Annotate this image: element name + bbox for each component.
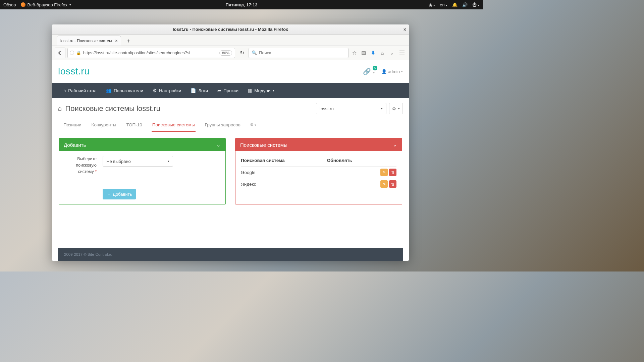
url-bar[interactable]: i 🔒 https://losst.ru/site-control/positi… [67,48,235,58]
add-button[interactable]: ＋ Добавить [103,189,136,199]
delete-button[interactable]: 🗑 [389,180,396,188]
gear-icon: ⚙ [392,106,396,111]
nav-dashboard[interactable]: ⌂Рабочий стол [63,88,97,93]
window-titlebar: losst.ru - Поисковые системы losst.ru - … [52,24,409,35]
chevron-down-icon: ⌄ [216,142,221,148]
chevron-down-icon: ▾ [69,3,71,6]
tab-competitors[interactable]: Конкуренты [91,122,117,132]
library-icon[interactable]: ▤ [360,50,367,56]
search-bar[interactable]: 🔍 Поиск [249,48,348,58]
engine-select-label: Выберите поисковую систему * [64,156,97,175]
page-settings-button[interactable]: ⚙▾ [389,103,403,114]
sub-tabs: Позиции Конкуренты ТОП-10 Поисковые сист… [58,122,403,132]
add-button-label: Добавить [113,192,132,197]
pocket-icon[interactable]: ⌄ [388,50,395,56]
new-tab-button[interactable]: ＋ [124,36,132,46]
zoom-indicator[interactable]: 80% [219,50,232,56]
arrow-left-icon [58,51,62,55]
activities-button[interactable]: Обзор [3,2,16,7]
users-icon: 👥 [106,88,112,93]
chevron-down-icon: ▾ [168,160,169,163]
nav-toolbar: i 🔒 https://losst.ru/site-control/positi… [52,46,409,60]
page-title-row: ⌂ Поисковые системы losst.ru losst.ru ▾ … [58,103,403,114]
chevron-down-icon: ▾ [401,70,403,73]
gnome-topbar: Обзор Веб-браузер Firefox ▾ Пятница, 17:… [0,0,483,9]
trash-icon: 🗑 [391,170,395,174]
volume-icon[interactable]: 🔊 [462,2,468,7]
plus-icon: ＋ [107,191,111,197]
add-engine-card: Добавить ⌄ Выберите поисковую систему * … [59,138,226,204]
nav-modules[interactable]: ▦Модули ▾ [248,88,274,93]
window-close-button[interactable]: × [404,27,406,32]
share-icon: ➦ [217,88,221,93]
firefox-window: losst.ru - Поисковые системы losst.ru - … [52,24,409,261]
bookmark-star-icon[interactable]: ☆ [351,50,358,56]
list-card-title: Поисковые системы [240,142,287,148]
accessibility-icon[interactable]: ◉ ▾ [429,2,435,7]
col-engine-header: Поисковая система [241,156,327,167]
tab-close-icon[interactable]: × [115,39,117,43]
edit-button[interactable]: ✎ [380,169,388,176]
engine-select[interactable]: Не выбрано ▾ [103,156,173,167]
notifications-icon[interactable]: 🔔 [452,2,458,7]
user-name: admin [388,69,400,74]
pencil-icon: ✎ [383,170,386,175]
current-app-label: Веб-браузер Firefox [28,2,67,7]
search-icon: 🔍 [252,50,257,55]
downloads-icon[interactable]: ⬇ [369,50,377,56]
tab-positions[interactable]: Позиции [63,122,82,132]
user-icon: 👤 [381,69,387,74]
clock[interactable]: Пятница, 17:13 [226,2,258,7]
trash-icon: 🗑 [391,182,395,186]
edit-button[interactable]: ✎ [380,180,388,188]
list-card-header[interactable]: Поисковые системы ⌄ [235,138,402,151]
current-app-menu[interactable]: Веб-браузер Firefox ▾ [21,2,71,7]
grid-icon: ▦ [248,88,252,93]
pencil-icon: ✎ [383,182,386,186]
firefox-icon [21,2,25,7]
nav-users[interactable]: 👥Пользователи [106,88,143,93]
home-icon[interactable]: ⌂ [379,50,386,56]
tabs-settings-button[interactable]: ⚙ ▾ [250,122,256,132]
home-icon: ⌂ [58,105,62,112]
user-menu[interactable]: 👤 admin ▾ [381,69,403,74]
file-icon: 📄 [191,88,196,93]
window-title: losst.ru - Поисковые системы losst.ru - … [173,27,288,32]
engine-name: Яндекс [241,178,327,190]
info-icon[interactable]: i [70,51,74,55]
tab-top10[interactable]: ТОП-10 [125,122,143,132]
cart-button[interactable]: 🔗5 ▾ [363,68,374,75]
col-update-header: Обновлять [327,156,376,167]
language-indicator[interactable]: en ▾ [440,2,447,7]
power-icon[interactable]: ⏻ ▾ [472,2,480,7]
cart-badge: 5 [373,66,377,70]
site-select-value: losst.ru [320,106,334,111]
table-row: Яндекс ✎ 🗑 [241,178,396,190]
reload-button[interactable]: ↻ [237,50,247,56]
back-button[interactable] [55,48,65,58]
nav-settings[interactable]: ⚙Настройки [153,88,181,93]
engines-table: Поисковая система Обновлять Google ✎ [241,156,396,190]
engine-select-value: Не выбрано [106,159,131,164]
engine-name: Google [241,167,327,178]
chevron-down-icon: ▾ [381,107,383,110]
nav-logs[interactable]: 📄Логи [191,88,208,93]
menu-button[interactable] [397,49,406,57]
browser-tab[interactable]: losst.ru - Поисковые систем × [57,36,121,46]
site-select[interactable]: losst.ru ▾ [316,103,386,114]
app-nav: ⌂Рабочий стол 👥Пользователи ⚙Настройки 📄… [52,83,409,98]
tab-strip: losst.ru - Поисковые систем × ＋ [52,35,409,46]
app-footer: 2009-2017 © Site-Control.ru [58,248,403,261]
brand-logo[interactable]: losst.ru [58,66,90,77]
nav-proxy[interactable]: ➦Прокси [217,88,238,93]
chevron-down-icon: ⌄ [393,142,397,148]
lock-icon: 🔒 [76,51,81,55]
url-text: https://losst.ru/site-control/position/s… [83,51,217,55]
tab-groups[interactable]: Группы запросов [204,122,241,132]
page-title: Поисковые системы losst.ru [65,104,160,113]
delete-button[interactable]: 🗑 [389,169,396,176]
tab-engines[interactable]: Поисковые системы [152,122,196,132]
page-body: ⌂ Поисковые системы losst.ru losst.ru ▾ … [52,98,409,261]
add-card-header[interactable]: Добавить ⌄ [59,138,225,151]
app-header: losst.ru 🔗5 ▾ 👤 admin ▾ [52,60,409,83]
